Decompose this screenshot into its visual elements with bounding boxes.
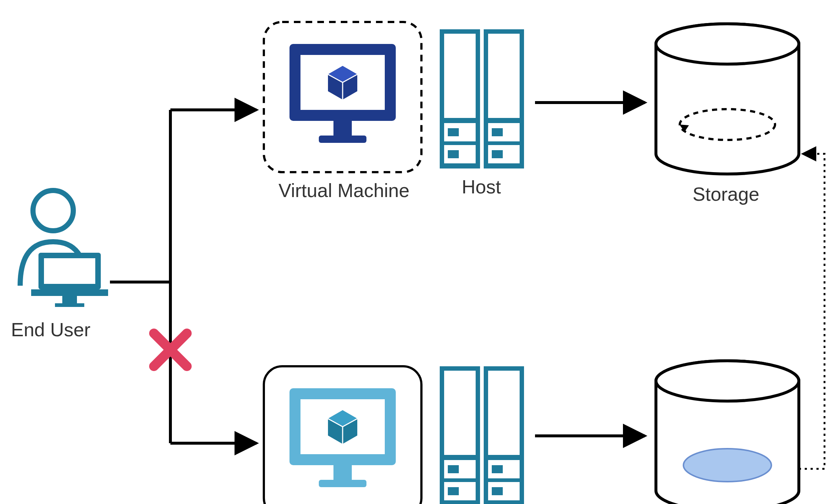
svg-rect-3 [31,289,108,296]
svg-rect-45 [448,465,459,473]
svg-rect-46 [448,487,459,495]
svg-point-59 [656,361,799,401]
svg-rect-25 [319,480,366,487]
svg-rect-17 [319,136,366,143]
edge-host-storage [535,103,645,436]
svg-rect-39 [492,128,503,136]
end-user-label: End User [11,319,91,341]
svg-point-56 [656,24,799,64]
svg-rect-48 [488,371,520,455]
storage-top-label: Storage [693,183,759,205]
svg-rect-30 [444,34,476,118]
vm-bottom-node [264,366,421,504]
svg-rect-5 [55,303,84,307]
storage-bottom-icon [656,361,799,504]
edge-storage-dotted [799,154,825,469]
svg-rect-40 [492,150,503,158]
end-user-icon [20,190,108,307]
storage-top-icon [656,24,799,174]
svg-rect-2 [44,258,95,284]
svg-rect-16 [333,121,352,136]
svg-rect-51 [492,465,503,473]
host-top-icon [440,29,524,168]
edge-enduser-branch [110,110,257,443]
svg-rect-52 [492,487,503,495]
svg-rect-34 [448,150,459,158]
svg-point-0 [33,190,73,231]
svg-rect-24 [333,465,352,480]
diagram-svg [0,0,830,504]
svg-rect-33 [448,128,459,136]
diagram-canvas: End User Virtual Machine Virtual Machine… [0,0,830,504]
host-bottom-icon [440,366,524,504]
host-top-label: Host [462,176,501,198]
svg-point-60 [683,449,771,482]
svg-rect-4 [62,296,77,303]
svg-rect-42 [444,371,476,455]
svg-rect-36 [488,34,520,118]
vm-top-label: Virtual Machine [278,179,409,201]
vm-top-node [264,22,421,172]
